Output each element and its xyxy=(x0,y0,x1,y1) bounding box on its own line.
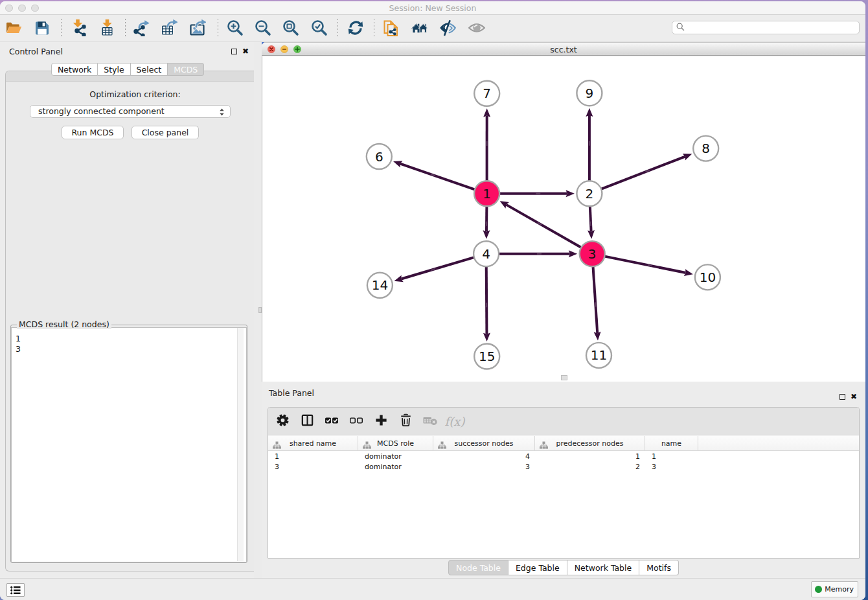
column-header-shared-name[interactable]: shared name xyxy=(268,436,358,451)
save-session-button[interactable] xyxy=(28,17,56,40)
memory-button[interactable]: Memory xyxy=(811,581,858,597)
column-header-name[interactable]: name xyxy=(645,436,698,451)
welcome-screen-button[interactable] xyxy=(405,17,434,40)
show-hidden-icon xyxy=(468,19,485,38)
show-hidden-button[interactable] xyxy=(463,17,491,40)
table-cell: 1 xyxy=(652,452,656,462)
control-panel-header: Control Panel ✖ xyxy=(0,42,254,62)
zoom-in-button[interactable] xyxy=(221,17,249,40)
edge-3-11 xyxy=(593,266,597,333)
zoom-fit-icon xyxy=(282,19,299,38)
zoom-fit-button[interactable] xyxy=(277,17,305,40)
tab-network-table[interactable]: Network Table xyxy=(567,560,640,575)
select-all-checks-button[interactable] xyxy=(319,410,344,433)
open-session-button[interactable] xyxy=(0,17,28,40)
export-table-button[interactable] xyxy=(155,17,183,40)
float-panel-icon[interactable] xyxy=(231,49,237,54)
import-table-icon xyxy=(98,19,115,38)
tab-motifs[interactable]: Motifs xyxy=(639,560,679,575)
tab-node-table[interactable]: Node Table xyxy=(448,560,508,575)
export-table-icon xyxy=(161,19,177,38)
arrowhead-1-7 xyxy=(483,108,490,117)
table-row[interactable]: 1dominator411 xyxy=(268,452,859,462)
table-cell: 4 xyxy=(433,452,530,462)
node-label-6: 6 xyxy=(375,149,383,165)
export-network-icon xyxy=(133,19,150,38)
tab-select[interactable]: Select xyxy=(131,63,168,76)
export-image-button[interactable] xyxy=(183,17,212,40)
tab-network[interactable]: Network xyxy=(51,63,98,76)
table-cell: dominator xyxy=(365,452,402,462)
node-label-4: 4 xyxy=(482,246,490,262)
delete-icon xyxy=(399,413,413,429)
node-label-1: 1 xyxy=(483,186,491,202)
search-input[interactable] xyxy=(687,22,859,34)
node-label-11: 11 xyxy=(591,347,607,363)
delete-table-button xyxy=(418,410,442,433)
task-history-button[interactable] xyxy=(6,583,25,597)
clear-checks-button[interactable] xyxy=(344,410,369,433)
column-header-predecessor-nodes[interactable]: predecessor nodes xyxy=(535,436,645,451)
table-container: f(x) shared nameMCDS rolesuccessor nodes… xyxy=(268,407,860,559)
table-close-icon[interactable]: ✖ xyxy=(851,393,857,400)
apply-preferred-layout-button[interactable] xyxy=(341,17,370,40)
hide-selected-button[interactable] xyxy=(433,17,462,40)
select-all-checks-icon xyxy=(325,413,339,430)
zoom-out-icon xyxy=(255,19,271,38)
edge-1-6 xyxy=(400,164,475,190)
node-label-7: 7 xyxy=(483,86,491,101)
settings-button[interactable] xyxy=(270,410,295,433)
tab-edge-table[interactable]: Edge Table xyxy=(508,560,567,575)
import-network-button[interactable] xyxy=(65,17,93,40)
table-tabs: Node TableEdge TableNetwork TableMotifs xyxy=(262,560,865,575)
table-cell: 3 xyxy=(652,462,656,472)
node-label-10: 10 xyxy=(700,270,716,285)
table-cell: dominator xyxy=(365,462,402,472)
new-network-from-selection-button[interactable] xyxy=(377,17,405,40)
zoom-selected-icon xyxy=(311,19,328,38)
mcds-result-text[interactable]: 1 3 xyxy=(11,327,247,562)
export-image-icon xyxy=(189,19,206,38)
delete-table-icon xyxy=(423,413,437,430)
table-float-icon[interactable] xyxy=(839,394,845,400)
hide-selected-icon xyxy=(439,19,456,38)
network-canvas[interactable]: 7968124314101511 xyxy=(262,56,865,382)
table-panel-title: Table Panel xyxy=(269,388,314,398)
column-header-successor-nodes[interactable]: successor nodes xyxy=(433,436,535,451)
zoom-in-icon xyxy=(227,19,244,38)
table-row[interactable]: 3dominator323 xyxy=(268,462,859,472)
column-header-MCDS-role[interactable]: MCDS role xyxy=(358,436,433,451)
network-window-titlebar: scc.txt xyxy=(262,42,865,56)
control-panel: Control Panel ✖ NetworkStyleSelectMCDS O… xyxy=(0,42,254,578)
tab-mcds[interactable]: MCDS xyxy=(168,63,204,76)
import-network-icon xyxy=(71,19,87,38)
table-panel: Table Panel ✖ f(x) shared nameMCDS roles… xyxy=(262,387,865,579)
clear-checks-icon xyxy=(349,413,363,430)
new-network-from-selection-icon xyxy=(383,19,400,38)
edge-3-10 xyxy=(604,256,685,273)
result-scrollbar[interactable] xyxy=(237,328,244,561)
optimization-select[interactable]: strongly connected component xyxy=(30,105,231,118)
run-mcds-button[interactable]: Run MCDS xyxy=(62,126,124,139)
open-session-icon xyxy=(5,19,23,38)
vertical-splitter[interactable] xyxy=(254,42,262,578)
delete-button[interactable] xyxy=(393,410,418,433)
close-panel-icon[interactable]: ✖ xyxy=(242,47,249,55)
tab-style[interactable]: Style xyxy=(98,63,130,76)
split-columns-button[interactable] xyxy=(295,410,319,433)
network-bottom-handle[interactable] xyxy=(561,375,567,380)
main-toolbar xyxy=(0,16,865,42)
toolbar-separator xyxy=(374,19,374,38)
add-button[interactable] xyxy=(369,410,393,433)
export-network-button[interactable] xyxy=(127,17,155,40)
app-window: Session: New Session Control Panel ✖ Net… xyxy=(0,1,865,600)
zoom-selected-button[interactable] xyxy=(305,17,334,40)
table-toolbar: f(x) xyxy=(268,408,859,435)
node-label-2: 2 xyxy=(586,186,594,202)
edge-3-1 xyxy=(506,205,582,248)
zoom-out-button[interactable] xyxy=(249,17,277,40)
add-icon xyxy=(374,413,388,429)
close-panel-button[interactable]: Close panel xyxy=(131,126,199,139)
import-table-button[interactable] xyxy=(93,17,121,40)
search-box[interactable] xyxy=(672,21,860,34)
